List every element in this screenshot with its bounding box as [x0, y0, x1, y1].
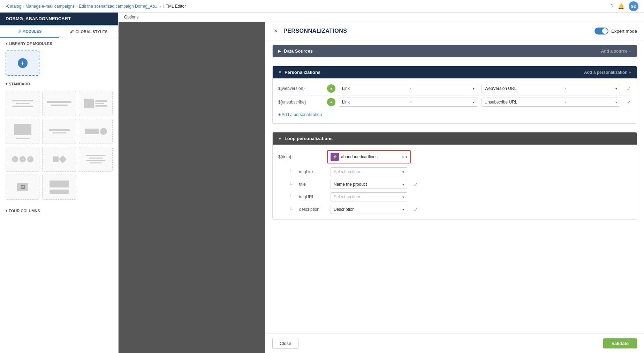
data-sources-section: ▶ Data Sources Add a source +: [272, 45, 637, 57]
add-personalization-button[interactable]: + Add a personalization: [278, 112, 322, 117]
loop-personalizations-title: Loop personalizations: [285, 136, 333, 141]
purple-dot-icon: ⚡: [331, 153, 339, 161]
module-card-divider[interactable]: [42, 147, 76, 172]
module-card-2[interactable]: [42, 91, 76, 116]
webversion-label: ${webversion}: [278, 86, 324, 91]
options-tab[interactable]: Options: [124, 15, 138, 20]
breadcrumb-campaigns[interactable]: Manage e-mail campaigns: [25, 4, 75, 9]
module-card-3[interactable]: [79, 91, 113, 116]
chevron-down-loop-item: ▾: [406, 155, 407, 159]
loop-subrow-description: └ description Description ▾ ✓: [278, 203, 631, 216]
imglink-value: Select an item: [334, 169, 360, 174]
title-select[interactable]: Name the product ▾: [331, 180, 407, 189]
description-check-icon: ✓: [414, 206, 418, 213]
webversion-source-select[interactable]: WebVersion URL × ▾: [482, 84, 621, 93]
webversion-type-select[interactable]: Link × ▾: [339, 84, 478, 93]
chevron-down-pers-icon: ▼: [278, 70, 282, 74]
loop-item-clear[interactable]: ×: [402, 155, 404, 159]
chevron-down-icon-type: ▾: [473, 87, 475, 91]
close-button[interactable]: Close: [272, 338, 298, 349]
chevron-down-icon-source: ▾: [615, 87, 617, 91]
section-four-columns-label: ▾ FOUR COLUMNS: [0, 205, 118, 215]
unsubscribe-type-clear[interactable]: ×: [410, 100, 412, 104]
webversion-type-value: Link: [342, 86, 350, 91]
unsubscribe-dot: ●: [327, 98, 335, 106]
add-personalization-link[interactable]: Add a personalization +: [584, 70, 631, 75]
right-content: Options × PERSONNALIZATIONS Expert mode: [119, 13, 644, 353]
chevron-down-imglink: ▾: [402, 170, 404, 174]
loop-item-value: abandonedcartlines: [341, 154, 378, 159]
add-source-link[interactable]: Add a source +: [601, 49, 631, 54]
webversion-source-clear[interactable]: ×: [564, 86, 566, 91]
imgurl-value: Select an item: [334, 194, 360, 199]
close-panel-button[interactable]: ×: [272, 28, 279, 34]
expert-mode-switch[interactable]: [594, 28, 608, 34]
title-check-icon: ✓: [414, 181, 418, 188]
loop-subrow-imgurl: └ imgURL Select an item ▾: [278, 191, 631, 203]
chevron-right-icon: ▶: [278, 49, 281, 53]
personalizations-header: ▼ Personalizations Add a personalization…: [273, 66, 637, 78]
breadcrumb-edit-campaign[interactable]: Edit the scenarizad campaign Dormg_Ab...: [79, 4, 158, 9]
library-module-grid: +: [0, 48, 118, 78]
personalizations-body: ${webversion} ● Link × ▾ WebVersion URL …: [273, 78, 637, 123]
module-card-1[interactable]: [6, 91, 39, 116]
canvas-area: [119, 22, 265, 353]
description-select[interactable]: Description ▾: [331, 205, 407, 214]
tab-global-styles[interactable]: 🖌 GLOBAL STYLES: [59, 25, 119, 38]
brush-icon: 🖌: [70, 30, 74, 34]
imglink-select[interactable]: Select an item ▾: [331, 167, 407, 176]
sidebar-tabs: ⊞ MODULES 🖌 GLOBAL STYLES: [0, 25, 118, 38]
panel-header: × PERSONNALIZATIONS Expert mode: [265, 22, 644, 40]
bottom-bar: Close Validate: [265, 333, 644, 353]
connector-icon-title: └: [289, 182, 296, 187]
breadcrumb-current: HTML Editor: [162, 4, 186, 9]
webversion-dot: ●: [327, 84, 335, 93]
unsubscribe-source-clear[interactable]: ×: [565, 100, 567, 104]
section-library-label: ▾ LIBRARY OF MODULES: [0, 38, 118, 48]
loop-personalizations-body: ${item} ⚡ abandonedcartlines × ▾ ✓ └: [273, 145, 637, 219]
connector-icon-imgurl: └: [289, 194, 296, 200]
campaign-name: DORMG_ABANDONNEDCART: [0, 13, 118, 25]
data-sources-header: ▶ Data Sources Add a source +: [273, 45, 637, 57]
webversion-type-clear[interactable]: ×: [410, 86, 412, 91]
help-icon[interactable]: ?: [611, 3, 614, 9]
add-module-card[interactable]: +: [6, 51, 39, 76]
module-card-5[interactable]: [42, 119, 76, 144]
imgurl-label: imgURL: [299, 194, 327, 199]
description-value: Description: [334, 207, 355, 212]
expert-mode-toggle[interactable]: Expert mode: [594, 28, 637, 34]
pers-row-unsubscribe: ${unsubscribe} ● Link × ▾ Unsubscribe UR…: [278, 95, 631, 109]
breadcrumb-catalog[interactable]: Catalog: [7, 4, 21, 9]
data-sources-title: Data Sources: [284, 48, 313, 54]
loop-item-label: ${item}: [278, 154, 324, 159]
description-label: description: [299, 207, 327, 212]
chevron-down-loop-icon: ▼: [278, 137, 282, 140]
module-card-4[interactable]: [6, 119, 39, 144]
avatar: GD: [629, 1, 638, 11]
section-standard-label: ▾ STANDARD: [0, 78, 118, 88]
unsubscribe-source-select[interactable]: Unsubscribe URL × ▾: [482, 98, 621, 107]
connector-icon-desc: └: [289, 207, 296, 212]
chevron-down-icon-unsub: ▾: [473, 100, 475, 104]
webversion-source-value: WebVersion URL: [485, 86, 517, 91]
imgurl-select[interactable]: Select an item ▾: [331, 192, 407, 201]
module-card-6[interactable]: [79, 119, 113, 144]
chevron-down-icon-unsub-src: ▾: [615, 100, 617, 104]
module-card-social[interactable]: f ✕ in: [6, 147, 39, 172]
personalizations-title: Personalizations: [285, 70, 320, 75]
loop-item-select[interactable]: ⚡ abandonedcartlines × ▾: [327, 150, 411, 163]
panel-spacer: [265, 224, 644, 333]
bell-icon[interactable]: 🔔: [618, 3, 624, 9]
title-value: Name the product: [334, 182, 367, 187]
grid-icon: ⊞: [17, 29, 21, 33]
tab-modules[interactable]: ⊞ MODULES: [0, 25, 59, 38]
module-card-image[interactable]: 🖼: [6, 175, 39, 200]
validate-button[interactable]: Validate: [603, 338, 637, 348]
module-card-text[interactable]: [79, 147, 113, 172]
module-card-banner[interactable]: [42, 175, 76, 200]
unsubscribe-type-select[interactable]: Link × ▾: [339, 98, 478, 107]
pers-row-webversion: ${webversion} ● Link × ▾ WebVersion URL …: [278, 82, 631, 95]
chevron-down-icon-3: ▾: [6, 209, 7, 213]
unsubscribe-check-icon: ✓: [627, 99, 631, 106]
unsubscribe-label: ${unsubscribe}: [278, 100, 324, 105]
